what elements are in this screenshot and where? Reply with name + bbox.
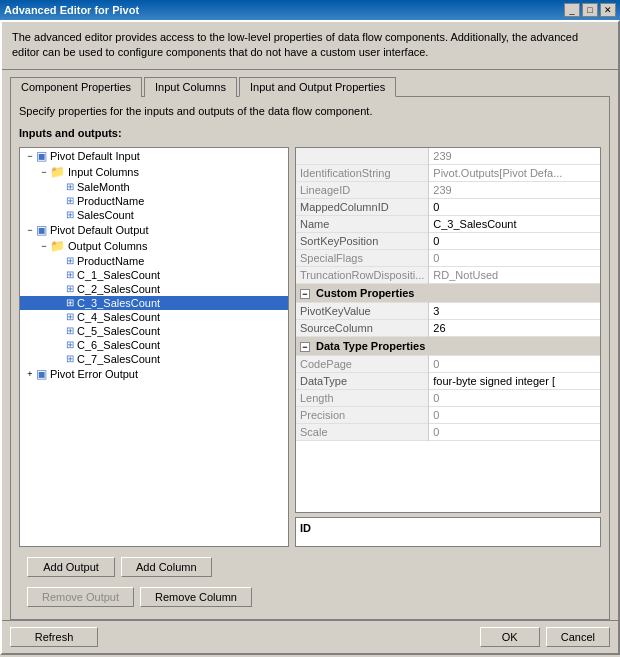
prop-value-sourcecolumn[interactable]: 26 — [429, 319, 600, 336]
toggle-input-columns[interactable]: − — [38, 166, 50, 178]
expand-datatype-icon[interactable]: − — [300, 342, 310, 352]
expand-custom-icon[interactable]: − — [300, 289, 310, 299]
prop-name-specialflags: SpecialFlags — [296, 249, 429, 266]
label-input-columns: Input Columns — [68, 166, 139, 178]
col-icon-10: ⊞ — [66, 339, 74, 350]
remove-column-button[interactable]: Remove Column — [140, 587, 252, 607]
prop-row-name: Name C_3_SalesCount — [296, 215, 600, 232]
prop-row-lineageid: LineageID 239 — [296, 181, 600, 198]
tree-item-productname-out[interactable]: ⊞ ProductName — [20, 254, 288, 268]
prop-name-identstring: IdentificationString — [296, 164, 429, 181]
prop-name-codepage: CodePage — [296, 355, 429, 372]
prop-value-pivotkeyvalue[interactable]: 3 — [429, 302, 600, 319]
col-icon: ⊞ — [66, 181, 74, 192]
folder-blue-icon: ▣ — [36, 149, 47, 163]
label-salemonth: SaleMonth — [77, 181, 130, 193]
label-productname-in: ProductName — [77, 195, 144, 207]
col-icon-7: ⊞ — [66, 297, 74, 308]
maximize-button[interactable]: □ — [582, 3, 598, 17]
tree-item-productname-in[interactable]: ⊞ ProductName — [20, 194, 288, 208]
folder-blue-icon-3: ▣ — [36, 367, 47, 381]
prop-value-id[interactable]: 239 — [429, 148, 600, 165]
tree-item-c1[interactable]: ⊞ C_1_SalesCount — [20, 268, 288, 282]
tree-item-salescount-in[interactable]: ⊞ SalesCount — [20, 208, 288, 222]
tab-input-output-properties[interactable]: Input and Output Properties — [239, 77, 396, 97]
tree-item-c5[interactable]: ⊞ C_5_SalesCount — [20, 324, 288, 338]
prop-name-sourcecolumn: SourceColumn — [296, 319, 429, 336]
tree-item-pivot-error-output[interactable]: + ▣ Pivot Error Output — [20, 366, 288, 382]
tree-item-pivot-default-input[interactable]: − ▣ Pivot Default Input — [20, 148, 288, 164]
prop-value-sortkeypos[interactable]: 0 — [429, 232, 600, 249]
id-panel: ID — [295, 517, 601, 547]
prop-row-mappedcolumnid: MappedColumnID 0 — [296, 198, 600, 215]
tab-input-columns[interactable]: Input Columns — [144, 77, 237, 97]
col-icon-9: ⊞ — [66, 325, 74, 336]
description-area: The advanced editor provides access to t… — [2, 22, 618, 70]
prop-value-lineageid: 239 — [429, 181, 600, 198]
prop-row-length: Length 0 — [296, 389, 600, 406]
prop-row-specialflags: SpecialFlags 0 — [296, 249, 600, 266]
label-pivot-error-output: Pivot Error Output — [50, 368, 138, 380]
label-c4: C_4_SalesCount — [77, 311, 160, 323]
prop-name-pivotkeyvalue: PivotKeyValue — [296, 302, 429, 319]
tabs-container: Component Properties Input Columns Input… — [2, 70, 618, 96]
toggle-output-columns[interactable]: − — [38, 240, 50, 252]
window-title: Advanced Editor for Pivot — [4, 4, 139, 16]
remove-output-button[interactable]: Remove Output — [27, 587, 134, 607]
toggle-pivot-default-input[interactable]: − — [24, 150, 36, 162]
prop-value-name[interactable]: C_3_SalesCount — [429, 215, 600, 232]
ok-button[interactable]: OK — [480, 627, 540, 647]
tree-item-c4[interactable]: ⊞ C_4_SalesCount — [20, 310, 288, 324]
bottom-left: Refresh — [10, 627, 98, 647]
tree-item-c3[interactable]: ⊞ C_3_SalesCount — [20, 296, 288, 310]
tree-item-salemonth[interactable]: ⊞ SaleMonth — [20, 180, 288, 194]
tree-item-c6[interactable]: ⊞ C_6_SalesCount — [20, 338, 288, 352]
label-c6: C_6_SalesCount — [77, 339, 160, 351]
prop-value-truncation: RD_NotUsed — [429, 266, 600, 283]
title-bar: Advanced Editor for Pivot _ □ ✕ — [0, 0, 620, 20]
col-icon-8: ⊞ — [66, 311, 74, 322]
toggle-pivot-default-output[interactable]: − — [24, 224, 36, 236]
window-controls[interactable]: _ □ ✕ — [564, 3, 616, 17]
tree-item-c7[interactable]: ⊞ C_7_SalesCount — [20, 352, 288, 366]
label-salescount-in: SalesCount — [77, 209, 134, 221]
tree-item-c2[interactable]: ⊞ C_2_SalesCount — [20, 282, 288, 296]
label-c2: C_2_SalesCount — [77, 283, 160, 295]
prop-value-length: 0 — [429, 389, 600, 406]
tab-component-properties[interactable]: Component Properties — [10, 77, 142, 97]
prop-row-pivotkeyvalue: PivotKeyValue 3 — [296, 302, 600, 319]
label-pivot-default-input: Pivot Default Input — [50, 150, 140, 162]
add-column-button[interactable]: Add Column — [121, 557, 212, 577]
properties-table: 239 IdentificationString Pivot.Outputs[P… — [296, 148, 600, 441]
prop-value-specialflags: 0 — [429, 249, 600, 266]
minimize-button[interactable]: _ — [564, 3, 580, 17]
prop-value-mappedcolumnid[interactable]: 0 — [429, 198, 600, 215]
split-panel: − ▣ Pivot Default Input − 📁 Input Column… — [19, 147, 601, 547]
main-window: The advanced editor provides access to t… — [0, 20, 620, 655]
prop-value-datatype[interactable]: four-byte signed integer [ — [429, 372, 600, 389]
toggle-salemonth — [54, 181, 66, 193]
col-icon-11: ⊞ — [66, 353, 74, 364]
folder-blue-icon-2: ▣ — [36, 223, 47, 237]
tree-panel[interactable]: − ▣ Pivot Default Input − 📁 Input Column… — [19, 147, 289, 547]
cancel-button[interactable]: Cancel — [546, 627, 610, 647]
tree-item-output-columns[interactable]: − 📁 Output Columns — [20, 238, 288, 254]
properties-panel[interactable]: 239 IdentificationString Pivot.Outputs[P… — [295, 147, 601, 513]
close-button[interactable]: ✕ — [600, 3, 616, 17]
prop-name-truncation: TruncationRowDispositi... — [296, 266, 429, 283]
section-custom-properties: − Custom Properties — [296, 283, 600, 302]
prop-row-scale: Scale 0 — [296, 423, 600, 440]
prop-name-lineageid: LineageID — [296, 181, 429, 198]
refresh-button[interactable]: Refresh — [10, 627, 98, 647]
tree-item-pivot-default-output[interactable]: − ▣ Pivot Default Output — [20, 222, 288, 238]
toggle-pivot-error-output[interactable]: + — [24, 368, 36, 380]
section-custom-label: Custom Properties — [316, 287, 414, 299]
label-pivot-default-output: Pivot Default Output — [50, 224, 148, 236]
label-c3: C_3_SalesCount — [77, 297, 160, 309]
prop-row-sourcecolumn: SourceColumn 26 — [296, 319, 600, 336]
add-output-button[interactable]: Add Output — [27, 557, 115, 577]
section-datatype-properties: − Data Type Properties — [296, 336, 600, 355]
prop-name-datatype: DataType — [296, 372, 429, 389]
tree-item-input-columns[interactable]: − 📁 Input Columns — [20, 164, 288, 180]
label-c1: C_1_SalesCount — [77, 269, 160, 281]
